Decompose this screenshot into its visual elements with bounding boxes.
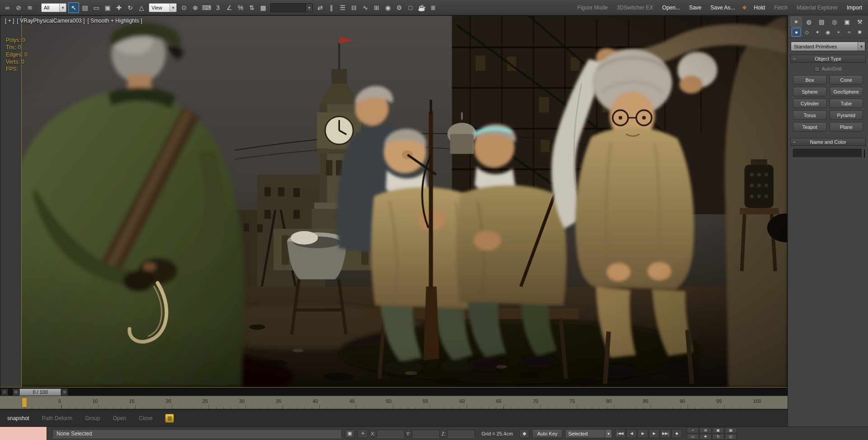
tab-display[interactable]: ▣: [842, 17, 853, 27]
category-geometry[interactable]: ●: [792, 28, 801, 37]
material-editor-icon[interactable]: ◉: [382, 2, 393, 13]
next-frame-arrow[interactable]: >: [61, 388, 68, 396]
autogrid-checkbox[interactable]: [815, 66, 820, 71]
track-bar[interactable]: 0 5 10 15 20 25 30 35: [0, 396, 788, 409]
render-setup-icon[interactable]: ⚙: [394, 2, 405, 13]
bind-to-space-warp-icon[interactable]: ≋: [24, 2, 35, 13]
current-frame-marker[interactable]: [22, 397, 27, 407]
object-type-button[interactable]: Tube: [830, 99, 863, 108]
category-helpers[interactable]: ⌖: [834, 28, 843, 37]
schematic-view-icon[interactable]: ⊞: [371, 2, 382, 13]
zoom-icon[interactable]: +: [687, 427, 699, 433]
rendered-frame-window-icon[interactable]: □: [405, 2, 416, 13]
zoom-region-icon[interactable]: ▭: [687, 434, 699, 440]
category-lights[interactable]: ✦: [813, 28, 822, 37]
save-as-button[interactable]: Save As...: [707, 2, 739, 13]
category-space-warps[interactable]: ≈: [844, 28, 854, 37]
render-production-icon[interactable]: ☕: [416, 2, 427, 13]
open-button[interactable]: Open...: [658, 2, 684, 13]
zoom-extents-all-icon[interactable]: ▦: [725, 427, 737, 433]
y-coordinate-field[interactable]: [412, 430, 440, 438]
select-by-name-icon[interactable]: ▤: [80, 2, 90, 13]
tab-create[interactable]: ✶: [791, 17, 802, 27]
object-type-button[interactable]: Cone: [830, 75, 863, 85]
time-slider-handle[interactable]: 0 / 100: [19, 388, 61, 396]
category-shapes[interactable]: ◇: [802, 28, 811, 37]
angle-snap-icon[interactable]: ∠: [224, 2, 235, 13]
spinner-snap-icon[interactable]: ⇅: [246, 2, 257, 13]
use-pivot-point-center-icon[interactable]: ⊙: [179, 2, 189, 13]
named-selection-sets-dropdown[interactable]: ▾: [270, 3, 313, 12]
hold-button[interactable]: Hold: [750, 2, 769, 13]
object-type-rollout-header[interactable]: − Object Type: [790, 55, 866, 63]
category-cameras[interactable]: ◉: [823, 28, 833, 37]
go-to-start-button[interactable]: |◀◀: [615, 429, 626, 438]
shelf-button[interactable]: snapshot: [7, 415, 29, 421]
select-and-scale-icon[interactable]: △: [136, 2, 147, 13]
select-object-icon[interactable]: ↖: [68, 2, 79, 13]
object-type-button[interactable]: Torus: [793, 110, 827, 120]
3dswitcher-button[interactable]: 3DSwitcher EX: [613, 2, 657, 13]
zoom-all-icon[interactable]: ⊞: [699, 427, 712, 433]
previous-frame-button[interactable]: ◀: [626, 429, 637, 438]
x-coordinate-field[interactable]: [377, 430, 405, 438]
maxscript-mini-listener[interactable]: [0, 427, 47, 440]
keyboard-shortcut-override-icon[interactable]: ⌨: [201, 2, 212, 13]
object-type-button[interactable]: Plane: [830, 122, 863, 132]
layer-manager-icon[interactable]: ☰: [337, 2, 348, 13]
viewport-general-menu[interactable]: [ + ]: [5, 18, 14, 24]
viewport-render[interactable]: [22, 16, 787, 387]
auto-key-button[interactable]: Auto Key: [532, 429, 562, 438]
object-type-button[interactable]: Sphere: [793, 87, 827, 96]
object-type-button[interactable]: Cylinder: [793, 99, 827, 108]
fetch-button[interactable]: Fetch: [770, 2, 792, 13]
snaps-toggle-icon[interactable]: 3: [212, 2, 223, 13]
maximize-viewport-icon[interactable]: ◱: [725, 434, 737, 440]
primitive-category-dropdown[interactable]: Standard Primitives ▾: [791, 42, 865, 51]
viewport-shading-menu[interactable]: [ Smooth + Highlights ]: [87, 18, 142, 24]
time-slider[interactable]: < < 0 / 100 >: [0, 388, 788, 396]
pan-view-icon[interactable]: ✚: [699, 434, 712, 440]
shelf-button[interactable]: Open: [113, 415, 126, 421]
object-type-button[interactable]: Pyramid: [830, 110, 863, 120]
time-slider-left-arrow[interactable]: <: [1, 388, 8, 396]
next-frame-button[interactable]: ▶: [649, 429, 660, 438]
viewport[interactable]: [ + ] [ VRayPhysicalCamera003 ] [ Smooth…: [0, 15, 788, 388]
percent-snap-icon[interactable]: %: [235, 2, 246, 13]
z-coordinate-field[interactable]: [447, 430, 475, 438]
tab-modify[interactable]: ◍: [803, 17, 814, 27]
tab-hierarchy[interactable]: ▤: [816, 17, 827, 27]
zoom-extents-icon[interactable]: ▣: [712, 427, 724, 433]
material-explorer-button[interactable]: Material Explorer: [793, 2, 842, 13]
go-to-end-button[interactable]: ▶▶|: [660, 429, 671, 438]
macro-script-icon[interactable]: ❖: [740, 3, 749, 12]
align-icon[interactable]: ∥: [326, 2, 337, 13]
snapshot-tool-icon[interactable]: ▥: [165, 414, 174, 423]
set-keys-button[interactable]: ◆: [519, 429, 529, 438]
select-and-manipulate-icon[interactable]: ⊕: [190, 2, 201, 13]
object-name-field[interactable]: [793, 149, 862, 158]
tab-motion[interactable]: ◎: [829, 17, 840, 27]
curve-editor-icon[interactable]: ∿: [360, 2, 371, 13]
shelf-button[interactable]: Path Deform: [42, 415, 72, 421]
select-and-rotate-icon[interactable]: ↻: [125, 2, 136, 13]
selection-lock-icon[interactable]: ▣: [344, 429, 355, 438]
edit-named-selection-sets-icon[interactable]: ▦: [258, 2, 269, 13]
selection-filter-dropdown[interactable]: All ▾: [41, 3, 66, 12]
tab-utilities[interactable]: ⚒: [854, 17, 865, 27]
graphite-ribbon-icon[interactable]: ⊟: [349, 2, 359, 13]
scene-explorer-icon[interactable]: ≣: [428, 2, 439, 13]
category-systems[interactable]: ✱: [855, 28, 864, 37]
key-mode-toggle-button[interactable]: ◆: [671, 429, 682, 438]
shelf-button[interactable]: Group: [85, 415, 100, 421]
play-button[interactable]: ▶: [637, 429, 648, 438]
previous-frame-arrow[interactable]: <: [13, 388, 19, 396]
mirror-icon[interactable]: ⇄: [315, 2, 326, 13]
object-type-button[interactable]: GeoSphere: [830, 87, 863, 96]
name-color-rollout-header[interactable]: − Name and Color: [790, 138, 866, 146]
unlink-selection-icon[interactable]: ⊘: [13, 2, 24, 13]
viewport-pov-menu[interactable]: [ VRayPhysicalCamera003 ]: [17, 18, 85, 24]
select-and-link-icon[interactable]: ∞: [2, 2, 13, 13]
absolute-offset-toggle-icon[interactable]: ⌖: [358, 429, 368, 438]
orbit-icon[interactable]: ↻: [712, 434, 724, 440]
